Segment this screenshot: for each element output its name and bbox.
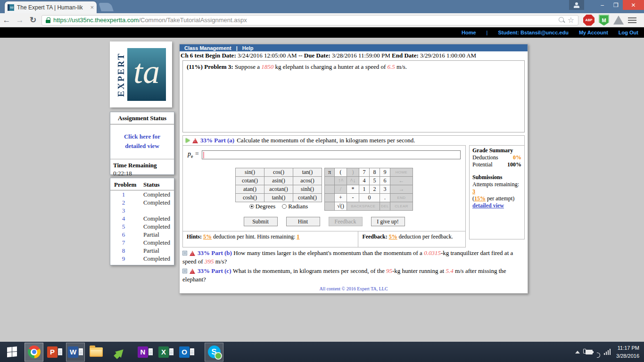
key-blank [325, 185, 334, 193]
nav-home[interactable]: Home [462, 30, 476, 35]
expand-part-b-icon[interactable] [182, 251, 187, 255]
start-button[interactable] [0, 342, 24, 362]
hint-button[interactable]: Hint [286, 217, 320, 226]
forward-icon[interactable]: → [13, 16, 26, 25]
key-3[interactable]: 3 [380, 185, 390, 193]
taskbar-clock[interactable]: 11:17 PM3/28/2016 [616, 344, 639, 360]
key-2[interactable]: 2 [370, 185, 380, 193]
key-acos[interactable]: acos() [293, 177, 322, 185]
key-decimal[interactable]: . [380, 194, 390, 202]
browser-tab[interactable]: ta The Expert TA | Human-lik × [5, 1, 97, 13]
taskbar-onenote[interactable]: N [136, 343, 155, 362]
taskbar-outlook[interactable]: O [177, 343, 196, 362]
taskbar-skype[interactable]: S [205, 343, 223, 362]
key-asin[interactable]: asin() [264, 177, 293, 185]
key-9[interactable]: 9 [380, 168, 390, 176]
degrees-radio[interactable] [249, 204, 254, 209]
key-sqrt[interactable]: √() [335, 202, 347, 210]
part-a-header[interactable]: 33% Part (a) Calculate the momentum of t… [182, 135, 525, 145]
new-tab-button[interactable] [99, 3, 114, 11]
key-tanh[interactable]: tanh() [264, 194, 293, 202]
profile-button[interactable] [569, 0, 584, 10]
problem-number-link[interactable]: 9 [114, 255, 143, 263]
detailed-view-link[interactable]: Click here for detailed view [110, 124, 174, 159]
network-signal-icon[interactable] [604, 349, 611, 355]
search-icon[interactable] [559, 17, 565, 23]
refresh-icon[interactable]: ↻ [26, 15, 40, 25]
key-tan[interactable]: tan() [293, 168, 322, 176]
key-8[interactable]: 8 [370, 168, 380, 176]
expand-part-c-icon[interactable] [182, 269, 187, 273]
key-4[interactable]: 4 [359, 177, 369, 185]
nav-log-out[interactable]: Log Out [619, 30, 638, 35]
radians-radio[interactable] [282, 204, 287, 209]
key-sin[interactable]: sin() [236, 168, 264, 176]
menu-help[interactable]: Help [242, 45, 254, 51]
key-5[interactable]: 5 [370, 177, 380, 185]
key-cotanh[interactable]: cotanh() [293, 194, 322, 202]
key-acotan[interactable]: acotan() [264, 185, 293, 193]
taskbar-chrome[interactable] [25, 343, 43, 362]
assignment-status-panel: Assignment Status Click here for detaile… [110, 112, 174, 175]
key-minus[interactable]: - [347, 194, 359, 202]
restore-button[interactable]: ❐ [609, 0, 623, 10]
address-bar[interactable]: https://ust35nc.theexpertta.com/Common/T… [41, 15, 578, 25]
hidden-icons-caret[interactable] [575, 351, 580, 354]
taskbar-green-arrow-app[interactable] [111, 343, 130, 362]
problem-number-link[interactable]: 3 [114, 207, 143, 214]
key-atan[interactable]: atan() [236, 185, 264, 193]
problem-number-link[interactable]: 7 [114, 239, 143, 247]
key-sinh[interactable]: sinh() [293, 185, 322, 193]
key-plus[interactable]: + [335, 194, 347, 202]
battery-icon[interactable] [586, 350, 593, 354]
close-button[interactable]: ✕ [623, 0, 644, 10]
tab-close-icon[interactable]: × [90, 4, 94, 10]
taskbar-excel[interactable]: X [157, 343, 175, 362]
problem-number-link[interactable]: 4 [114, 215, 143, 222]
browser-menu-icon[interactable] [628, 17, 636, 23]
problem-number-link[interactable]: 2 [114, 199, 143, 206]
nav-student[interactable]: Student: Bstansil@uncc.edu [498, 30, 568, 35]
part-c-row[interactable]: 33% Part (c) What is the momentum, in ki… [182, 267, 525, 283]
key-multiply[interactable]: * [347, 185, 359, 193]
problem-number-link[interactable]: 5 [114, 223, 143, 230]
nav-my-account[interactable]: My Account [579, 30, 608, 35]
problem-status: Completed [143, 255, 170, 263]
key-pi[interactable]: π [325, 168, 334, 176]
menu-class-management[interactable]: Class Management [184, 45, 231, 51]
adblock-extension-icon[interactable]: ABP [583, 15, 594, 26]
speed-value: 6.5 [388, 63, 395, 70]
key-paren-open[interactable]: ( [335, 168, 347, 176]
problem-number-link[interactable]: 8 [114, 247, 143, 255]
key-6[interactable]: 6 [380, 177, 390, 185]
give-up-button[interactable]: I give up! [371, 217, 405, 226]
key-cosh[interactable]: cosh() [236, 194, 264, 202]
grade-detailed-view-link[interactable]: detailed view [472, 202, 504, 209]
taskbar-explorer[interactable] [87, 343, 106, 362]
key-0[interactable]: 0 [359, 194, 380, 202]
part-b-row[interactable]: 33% Part (b) How many times larger is th… [182, 249, 525, 265]
bookmark-star-icon[interactable]: ☆ [568, 16, 574, 25]
key-7[interactable]: 7 [359, 168, 369, 176]
answer-input[interactable] [202, 150, 461, 159]
minimize-button[interactable]: – [595, 0, 609, 10]
radians-option[interactable]: Radians [282, 203, 308, 210]
submit-button[interactable]: Submit [244, 217, 278, 226]
expand-part-a-icon[interactable] [186, 138, 190, 143]
problem-status: Completed [143, 239, 170, 247]
powerpoint-icon: P [47, 346, 62, 358]
key-1[interactable]: 1 [359, 185, 369, 193]
browser-toolbar: ← → ↻ https://ust35nc.theexpertta.com/Co… [0, 13, 644, 27]
site-top-bar: Home | Student: Bstansil@uncc.edu My Acc… [0, 27, 644, 38]
key-cotan[interactable]: cotan() [236, 177, 264, 185]
back-icon[interactable]: ← [0, 16, 13, 25]
assignment-dates: Ch 6 test Begin Date: 3/24/2016 12:05:00… [180, 51, 528, 60]
degrees-option[interactable]: Degrees [249, 203, 276, 210]
problem-number-link[interactable]: 6 [114, 231, 143, 239]
taskbar-powerpoint[interactable]: P [45, 343, 64, 362]
problem-number-link[interactable]: 1 [114, 191, 143, 198]
drive-extension-icon[interactable] [613, 16, 624, 25]
taskbar-word[interactable]: W [66, 343, 85, 362]
key-cos[interactable]: cos() [264, 168, 293, 176]
mcafee-extension-icon[interactable]: M [599, 15, 609, 26]
